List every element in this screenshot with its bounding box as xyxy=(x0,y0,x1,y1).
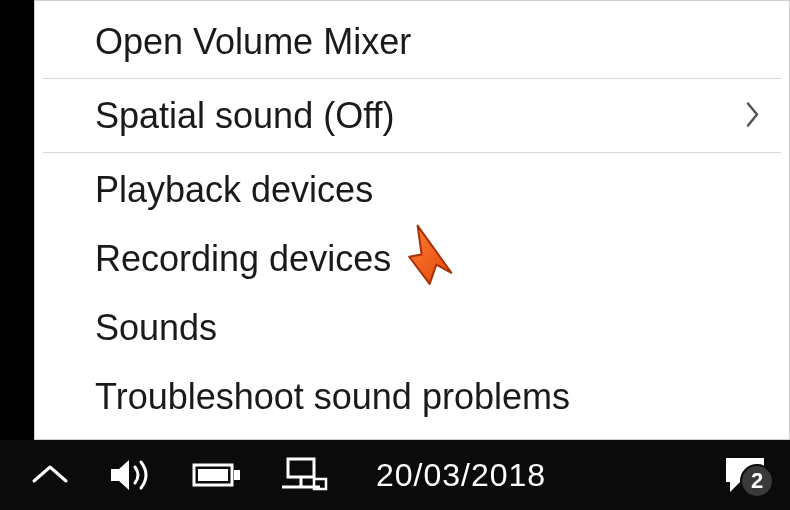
menu-item-troubleshoot-sound[interactable]: Troubleshoot sound problems xyxy=(35,362,789,431)
svg-rect-3 xyxy=(288,459,314,477)
network-icon[interactable] xyxy=(280,455,328,495)
menu-item-label: Sounds xyxy=(95,307,217,348)
battery-icon[interactable] xyxy=(192,459,242,491)
svg-rect-1 xyxy=(234,470,240,480)
chevron-right-icon xyxy=(745,93,761,138)
menu-item-label: Troubleshoot sound problems xyxy=(95,376,570,417)
menu-item-label: Spatial sound (Off) xyxy=(95,95,395,136)
volume-icon[interactable] xyxy=(108,455,154,495)
menu-item-label: Recording devices xyxy=(95,238,391,279)
tray-overflow-icon[interactable] xyxy=(30,461,70,489)
menu-item-recording-devices[interactable]: Recording devices xyxy=(35,224,789,293)
menu-item-label: Open Volume Mixer xyxy=(95,21,411,62)
menu-item-playback-devices[interactable]: Playback devices xyxy=(35,155,789,224)
screenshot-stage: PCrisk.com Open Volume Mixer Spatial sou… xyxy=(0,0,790,510)
volume-context-menu: Open Volume Mixer Spatial sound (Off) Pl… xyxy=(34,0,790,440)
notification-badge: 2 xyxy=(740,464,774,498)
menu-item-open-volume-mixer[interactable]: Open Volume Mixer xyxy=(35,7,789,76)
menu-item-label: Playback devices xyxy=(95,169,373,210)
menu-item-spatial-sound[interactable]: Spatial sound (Off) xyxy=(35,81,789,150)
taskbar-date[interactable]: 20/03/2018 xyxy=(376,457,546,494)
menu-separator xyxy=(43,152,781,153)
taskbar: 20/03/2018 2 xyxy=(0,440,790,510)
menu-item-sounds[interactable]: Sounds xyxy=(35,293,789,362)
svg-rect-2 xyxy=(198,469,228,481)
menu-separator xyxy=(43,78,781,79)
action-center-icon[interactable]: 2 xyxy=(722,454,768,496)
